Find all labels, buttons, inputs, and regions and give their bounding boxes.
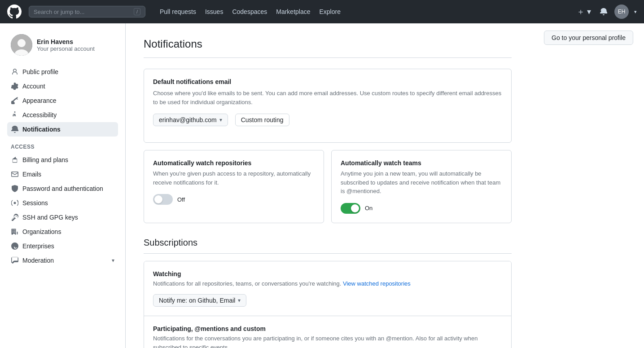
sidebar-item-billing[interactable]: Billing and plans [7, 153, 118, 167]
email-dropdown-arrow-icon: ▾ [219, 117, 222, 123]
nav-marketplace[interactable]: Marketplace [272, 5, 314, 18]
subscriptions-section: Watching Notifications for all repositor… [144, 261, 512, 348]
main-content: Notifications Default notifications emai… [126, 23, 530, 348]
sidebar-item-accessibility[interactable]: Accessibility [7, 108, 118, 122]
sidebar-item-label: Sessions [22, 199, 48, 207]
person-icon [11, 68, 19, 76]
auto-watch-teams-card: Automatically watch teams Anytime you jo… [331, 150, 512, 223]
auto-watch-repos-toggle[interactable] [153, 194, 173, 205]
sidebar-item-label: Moderation [22, 257, 54, 264]
sidebar-username: Erin Havens [37, 38, 95, 45]
watching-desc-text: Notifications for all repositories, team… [153, 280, 343, 287]
sidebar-item-appearance[interactable]: Appearance [7, 93, 118, 108]
nav-issues[interactable]: Issues [202, 5, 227, 18]
sidebar: Erin Havens Your personal account Public… [0, 23, 126, 348]
notify-dropdown-value: Notify me: on Github, Email [159, 297, 235, 304]
auto-watch-teams-toggle-row: On [341, 203, 502, 214]
subscriptions-section-title: Subscriptions [144, 238, 512, 254]
view-watched-repos-link[interactable]: View watched repositories [343, 280, 411, 287]
participating-item: Participating, @mentions and custom Noti… [144, 316, 511, 348]
page-wrapper: Erin Havens Your personal account Public… [0, 23, 644, 348]
auto-watch-repos-toggle-row: Off [153, 194, 315, 205]
go-to-profile-button[interactable]: Go to your personal profile [544, 31, 633, 45]
chevron-down-icon: ▾ [112, 257, 114, 264]
watching-title: Watching [153, 270, 502, 278]
sidebar-item-label: Public profile [22, 68, 58, 75]
nav-right: ＋ ▾ EH ▾ [575, 4, 637, 19]
paintbrush-icon [11, 97, 19, 105]
sidebar-item-account[interactable]: Account [7, 79, 118, 93]
plus-button[interactable]: ＋ ▾ [575, 4, 593, 19]
email-dropdown-value: erinhav@github.com [159, 116, 217, 123]
sidebar-avatar [11, 34, 32, 56]
credit-card-icon [11, 156, 19, 164]
search-slash-hint: / [134, 8, 140, 15]
sidebar-item-label: Emails [22, 171, 41, 178]
search-bar[interactable]: Search or jump to... / [29, 6, 145, 18]
page-title: Notifications [144, 38, 512, 58]
watching-item: Watching Notifications for all repositor… [144, 261, 511, 316]
globe-icon [11, 242, 19, 250]
sidebar-item-enterprises[interactable]: Enterprises [7, 239, 118, 253]
notify-dropdown-arrow-icon: ▾ [238, 297, 241, 304]
auto-watch-grid: Automatically watch repositories When yo… [144, 150, 512, 223]
sidebar-user-info: Erin Havens Your personal account [37, 38, 95, 52]
auto-watch-repos-card: Automatically watch repositories When yo… [144, 150, 324, 223]
gear-icon [11, 82, 19, 90]
svg-point-1 [18, 39, 26, 47]
top-nav-links: Pull requests Issues Codespaces Marketpl… [156, 8, 344, 15]
sidebar-item-password[interactable]: Password and authentication [7, 181, 118, 196]
default-email-card-desc: Choose where you'd like emails to be sen… [153, 89, 502, 106]
key-icon [11, 213, 19, 221]
sidebar-item-label: SSH and GPG keys [22, 214, 78, 221]
custom-routing-button[interactable]: Custom routing [235, 114, 289, 126]
sidebar-item-label: Billing and plans [22, 156, 68, 163]
bell-icon [11, 125, 19, 133]
sidebar-item-sessions[interactable]: Sessions [7, 196, 118, 210]
sidebar-item-organizations[interactable]: Organizations [7, 225, 118, 239]
auto-watch-repos-toggle-label: Off [177, 196, 185, 203]
auto-watch-teams-toggle-label: On [365, 205, 372, 211]
notification-bell-button[interactable] [598, 6, 609, 17]
toggle-knob [351, 204, 359, 212]
participating-title: Participating, @mentions and custom [153, 325, 502, 332]
sidebar-item-label: Enterprises [22, 242, 54, 250]
nav-avatar-caret: ▾ [634, 9, 637, 15]
sidebar-item-ssh-keys[interactable]: SSH and GPG keys [7, 210, 118, 225]
sidebar-user: Erin Havens Your personal account [7, 34, 118, 56]
plus-icon: ＋ ▾ [577, 6, 591, 17]
nav-codespaces[interactable]: Codespaces [228, 5, 271, 18]
email-dropdown-button[interactable]: erinhav@github.com ▾ [153, 114, 228, 126]
comment-icon [11, 256, 19, 264]
toggle-knob [154, 195, 162, 203]
sidebar-item-public-profile[interactable]: Public profile [7, 65, 118, 79]
sidebar-item-emails[interactable]: Emails [7, 167, 118, 181]
auto-watch-teams-desc: Anytime you join a new team, you will au… [341, 169, 502, 196]
top-nav: Search or jump to... / Pull requests Iss… [0, 0, 644, 23]
accessibility-icon [11, 111, 19, 119]
github-logo[interactable] [7, 4, 22, 19]
nav-pull-requests[interactable]: Pull requests [156, 5, 200, 18]
access-section-label: Access [7, 137, 118, 153]
default-email-card-actions: erinhav@github.com ▾ Custom routing [153, 114, 502, 126]
sidebar-item-moderation[interactable]: Moderation ▾ [7, 253, 118, 268]
broadcast-icon [11, 199, 19, 207]
user-avatar-nav[interactable]: EH [614, 4, 629, 19]
notify-dropdown-button[interactable]: Notify me: on Github, Email ▾ [153, 294, 246, 307]
custom-routing-label: Custom routing [241, 116, 284, 123]
auto-watch-teams-title: Automatically watch teams [341, 159, 502, 167]
default-email-card-title: Default notifications email [153, 78, 502, 85]
auto-watch-repos-title: Automatically watch repositories [153, 159, 315, 167]
mail-icon [11, 170, 19, 178]
sidebar-item-label: Organizations [22, 228, 61, 235]
sidebar-item-label: Appearance [22, 97, 57, 104]
auto-watch-teams-toggle[interactable] [341, 203, 360, 214]
sidebar-item-notifications[interactable]: Notifications [7, 122, 118, 137]
default-email-card: Default notifications email Choose where… [144, 69, 512, 143]
sidebar-item-label: Accessibility [22, 111, 57, 119]
sidebar-item-label: Notifications [22, 126, 61, 133]
auto-watch-repos-desc: When you're given push access to a repos… [153, 169, 315, 187]
go-to-profile-label: Go to your personal profile [552, 34, 626, 41]
sidebar-handle: Your personal account [37, 45, 95, 52]
nav-explore[interactable]: Explore [316, 5, 344, 18]
